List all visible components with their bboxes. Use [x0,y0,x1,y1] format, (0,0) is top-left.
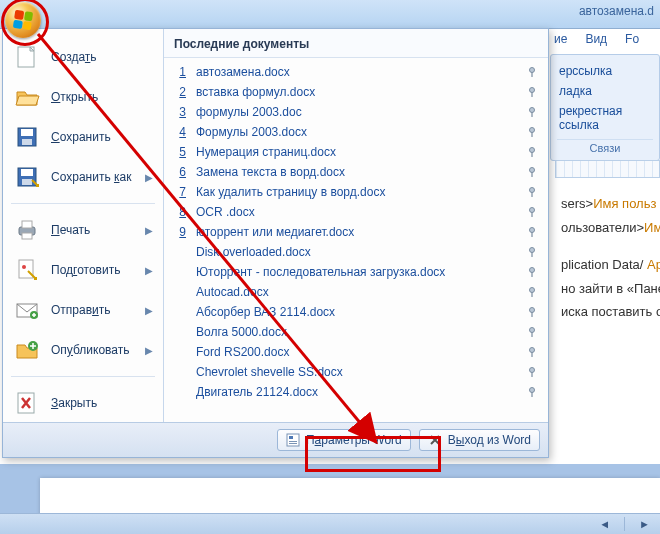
menu-item-save[interactable]: Сохранить [3,117,163,157]
pin-icon[interactable] [526,66,538,78]
svg-rect-53 [289,443,297,444]
send-icon [13,296,41,324]
recent-doc-item[interactable]: 2вставка формул.docx [170,82,542,102]
svg-rect-27 [531,172,532,177]
svg-rect-23 [531,132,532,137]
recent-doc-name: вставка формул.docx [196,85,516,99]
recent-doc-item[interactable]: Абсорбер ВАЗ 2114.docx [170,302,542,322]
pin-icon[interactable] [526,366,538,378]
recent-doc-item[interactable]: Двигатель 21124.docx [170,382,542,402]
pin-icon[interactable] [526,106,538,118]
menu-item-label: Отправить [51,303,135,317]
recent-doc-item[interactable]: 3формулы 2003.doc [170,102,542,122]
svg-rect-52 [289,441,297,442]
pin-icon[interactable] [526,346,538,358]
exit-word-button[interactable]: Выход из Word [419,429,540,451]
recent-doc-item[interactable]: 8OCR .docx [170,202,542,222]
pin-icon[interactable] [526,126,538,138]
recent-doc-item[interactable]: 9юторрент или медиагет.docx [170,222,542,242]
save-icon [13,123,41,151]
recent-doc-number: 3 [174,105,186,119]
recent-doc-item[interactable]: 6Замена текста в ворд.docx [170,162,542,182]
recent-doc-item[interactable]: Ford RS200.docx [170,342,542,362]
ribbon-cmd-bookmark[interactable]: ладка [557,81,653,101]
ribbon-tab[interactable]: ие [554,32,567,46]
ribbon-cmd-crossref[interactable]: рекрестная ссылка [557,101,653,135]
recent-docs-header: Последние документы [164,29,548,58]
menu-item-open[interactable]: Открыть [3,77,163,117]
word-options-button[interactable]: Параметры Word [277,429,411,451]
svg-rect-47 [531,372,532,377]
recent-doc-name: Autocad.docx [196,285,516,299]
recent-doc-item[interactable]: Chevrolet shevelle SS.docx [170,362,542,382]
recent-doc-number: 6 [174,165,186,179]
status-nav-prev-icon[interactable]: ◄ [599,518,610,530]
menu-item-label: Создать [51,50,153,64]
svg-rect-50 [287,434,299,446]
svg-point-44 [530,348,535,353]
recent-doc-item[interactable]: Волга 5000.docx [170,322,542,342]
menu-separator [11,376,155,377]
svg-point-22 [530,128,535,133]
pin-icon[interactable] [526,386,538,398]
menu-separator [11,203,155,204]
ribbon-tab[interactable]: Fo [625,32,639,46]
open-icon [13,83,41,111]
recent-doc-item[interactable]: 1автозамена.docx [170,62,542,82]
svg-rect-43 [531,332,532,337]
svg-point-11 [22,265,26,269]
svg-rect-35 [531,252,532,257]
svg-point-40 [530,308,535,313]
menu-item-new[interactable]: Создать [3,37,163,77]
word-options-label: Параметры Word [306,433,402,447]
pin-icon[interactable] [526,266,538,278]
pin-icon[interactable] [526,246,538,258]
recent-doc-name: формулы 2003.doc [196,105,516,119]
recent-doc-number: 4 [174,125,186,139]
recent-doc-item[interactable]: 7Как удалить страницу в ворд.docx [170,182,542,202]
menu-item-print[interactable]: Печать▶ [3,210,163,250]
pin-icon[interactable] [526,186,538,198]
pin-icon[interactable] [526,306,538,318]
print-icon [13,216,41,244]
pin-icon[interactable] [526,146,538,158]
recent-doc-name: Как удалить страницу в ворд.docx [196,185,516,199]
recent-doc-item[interactable]: Autocad.docx [170,282,542,302]
menu-item-saveas[interactable]: Сохранить как▶ [3,157,163,197]
pin-icon[interactable] [526,166,538,178]
ribbon-tab[interactable]: Вид [585,32,607,46]
recent-doc-name: Двигатель 21124.docx [196,385,516,399]
horizontal-ruler[interactable] [555,160,660,178]
status-nav-next-icon[interactable]: ► [639,518,650,530]
svg-rect-29 [531,192,532,197]
ribbon-cmd-hyperlink[interactable]: ерссылка [557,61,653,81]
recent-doc-item[interactable]: Юторрент - последовательная загрузка.doc… [170,262,542,282]
document-area[interactable]: sers>Имя польз ользователи>Им plication … [555,180,660,454]
menu-item-publish[interactable]: Опубликовать▶ [3,330,163,370]
office-menu-footer: Параметры Word Выход из Word [3,422,548,457]
svg-rect-51 [289,436,293,439]
status-bar: ◄ ► [0,513,660,534]
recent-doc-name: Ford RS200.docx [196,345,516,359]
recent-doc-name: Абсорбер ВАЗ 2114.docx [196,305,516,319]
recent-doc-name: Нумерация страниц.docx [196,145,516,159]
pin-icon[interactable] [526,326,538,338]
recent-doc-item[interactable]: 4Формулы 2003.docx [170,122,542,142]
svg-rect-25 [531,152,532,157]
pin-icon[interactable] [526,226,538,238]
svg-rect-6 [22,179,32,185]
svg-point-30 [530,208,535,213]
recent-doc-name: Замена текста в ворд.docx [196,165,516,179]
close-icon [428,433,442,447]
pin-icon[interactable] [526,286,538,298]
menu-item-prepare[interactable]: Подготовить▶ [3,250,163,290]
svg-rect-33 [531,232,532,237]
ribbon-strip [0,0,660,29]
pin-icon[interactable] [526,206,538,218]
recent-doc-item[interactable]: Disk overloaded.docx [170,242,542,262]
menu-item-close[interactable]: Закрыть [3,383,163,423]
office-button[interactable] [5,2,41,38]
menu-item-send[interactable]: Отправить▶ [3,290,163,330]
recent-doc-item[interactable]: 5Нумерация страниц.docx [170,142,542,162]
pin-icon[interactable] [526,86,538,98]
